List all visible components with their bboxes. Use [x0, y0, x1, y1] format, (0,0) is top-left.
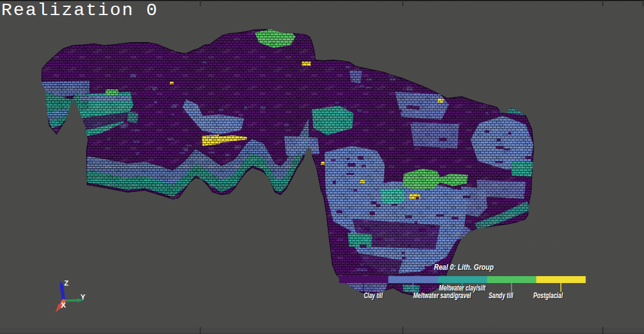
svg-text:Sandy till: Sandy till — [489, 291, 513, 300]
svg-text:Real 0: Lith. Group: Real 0: Lith. Group — [434, 263, 494, 272]
svg-text:Postglacial: Postglacial — [533, 291, 563, 300]
svg-text:Realization 0: Realization 0 — [1, 0, 158, 21]
svg-text:Y: Y — [80, 293, 86, 301]
svg-text:X: X — [61, 301, 66, 309]
svg-text:Z: Z — [64, 279, 69, 287]
svg-text:Meltwater clay/silt: Meltwater clay/silt — [439, 284, 486, 292]
svg-text:Clay till: Clay till — [364, 291, 383, 300]
